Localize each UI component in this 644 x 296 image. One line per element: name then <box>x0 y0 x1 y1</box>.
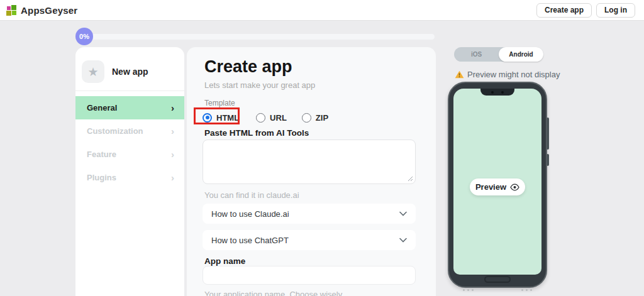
preview-button[interactable]: Preview <box>470 178 525 195</box>
chevron-down-icon <box>399 211 407 216</box>
chevron-down-icon <box>399 238 407 243</box>
radio-selected-icon[interactable] <box>203 113 212 123</box>
radio-label: ZIP <box>316 113 328 123</box>
progress-percent-badge: 0% <box>75 28 93 45</box>
brand-name: AppsGeyser <box>21 5 77 16</box>
sidebar-item-customization[interactable]: Customization › <box>75 119 184 143</box>
chevron-right-icon: › <box>171 126 174 136</box>
top-header: AppsGeyser Create app Log in <box>0 0 644 21</box>
progress-bar-track <box>88 34 435 40</box>
app-name-label: App name <box>204 256 245 266</box>
template-label: Template <box>204 99 235 107</box>
dropdown-value: How to use Claude.ai <box>211 209 289 219</box>
toggle-android[interactable]: Android <box>499 47 543 62</box>
eye-icon <box>510 184 519 191</box>
dropdown-how-to-use-claude[interactable]: How to use Claude.ai <box>203 204 416 224</box>
sidebar: ★ New app General › Customization › Feat… <box>75 47 184 296</box>
appsgeyser-logo-icon <box>6 5 17 16</box>
brand[interactable]: AppsGeyser <box>6 5 77 16</box>
speaker-dots <box>463 289 474 291</box>
radio-label: URL <box>270 113 287 123</box>
platform-toggle: iOS Android <box>454 47 543 62</box>
chevron-right-icon: › <box>171 103 174 112</box>
template-option-url[interactable]: URL <box>256 113 287 123</box>
template-option-zip[interactable]: ZIP <box>302 113 328 123</box>
camera-dot-icon <box>491 91 494 94</box>
new-app-title: New app <box>112 67 148 77</box>
sidebar-item-general[interactable]: General › <box>75 96 184 119</box>
create-app-panel: Create app Lets start make your great ap… <box>187 47 436 296</box>
app-name-input[interactable] <box>203 266 416 285</box>
app-name-hint: Your application name. Choose wisely <box>204 290 342 296</box>
radio-icon[interactable] <box>256 113 265 123</box>
login-button[interactable]: Log in <box>596 3 635 18</box>
sidebar-item-label: Customization <box>87 126 143 136</box>
chevron-right-icon: › <box>171 150 174 159</box>
chevron-right-icon: › <box>171 173 174 182</box>
new-app-avatar: ★ <box>82 60 104 83</box>
dropdown-how-to-use-chatgpt[interactable]: How to use ChatGPT <box>203 230 416 250</box>
phone-volume-button <box>547 118 549 150</box>
phone-home-button <box>484 276 511 283</box>
preview-button-label: Preview <box>475 182 506 192</box>
page-subtitle: Lets start make your great app <box>204 80 315 90</box>
template-radio-group: HTML URL ZIP <box>203 111 328 124</box>
camera-dot-icon <box>501 91 504 94</box>
toggle-ios[interactable]: iOS <box>454 47 499 62</box>
sidebar-item-feature[interactable]: Feature › <box>75 143 184 166</box>
preview-warning-text: Preview might not display <box>467 70 560 79</box>
speaker-dots <box>521 289 532 291</box>
phone-notch <box>480 89 514 96</box>
sidebar-item-label: General <box>87 103 117 112</box>
sidebar-divider <box>75 90 184 91</box>
sidebar-item-label: Feature <box>87 150 116 159</box>
create-app-button[interactable]: Create app <box>536 3 592 18</box>
paste-html-textarea[interactable] <box>203 140 416 184</box>
paste-html-label: Paste HTML from AI Tools <box>204 128 309 138</box>
warning-icon <box>455 70 464 79</box>
sidebar-item-plugins[interactable]: Plugins › <box>75 166 184 189</box>
radio-icon[interactable] <box>302 113 311 123</box>
page-title: Create app <box>204 57 292 77</box>
dropdown-value: How to use ChatGPT <box>211 236 289 245</box>
template-option-html[interactable]: HTML <box>203 113 239 123</box>
radio-label: HTML <box>216 113 239 123</box>
phone-power-button <box>547 154 549 166</box>
star-icon: ★ <box>87 66 98 78</box>
phone-mockup: Preview <box>448 82 547 288</box>
preview-warning: Preview might not display <box>455 70 560 79</box>
paste-hint: You can find it in claude.ai <box>204 190 299 200</box>
sidebar-item-label: Plugins <box>87 173 116 182</box>
